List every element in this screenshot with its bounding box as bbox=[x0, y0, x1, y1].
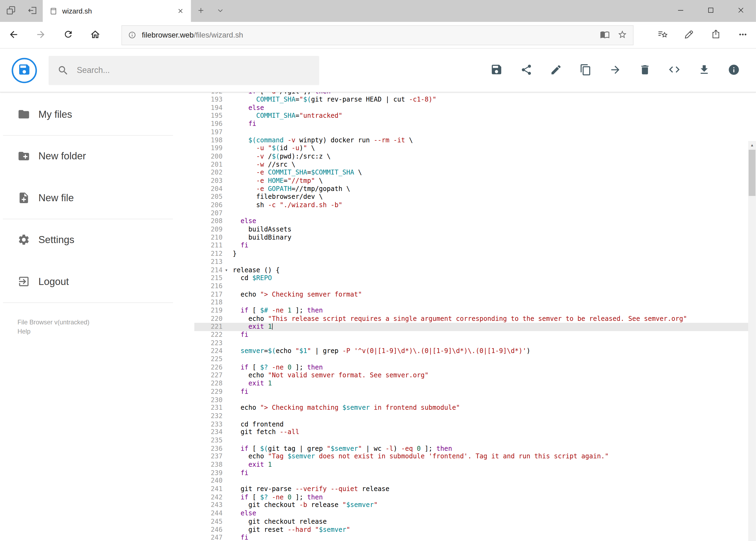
home-button[interactable] bbox=[82, 22, 109, 48]
share-button[interactable] bbox=[514, 59, 538, 82]
move-button[interactable] bbox=[604, 59, 627, 82]
code-line[interactable]: 219 if [ $# -ne 1 ]; then bbox=[194, 307, 748, 315]
rename-button[interactable] bbox=[544, 59, 567, 82]
code-line[interactable]: 230 bbox=[194, 396, 748, 404]
help-link[interactable]: Help bbox=[18, 327, 194, 336]
code-line[interactable]: 215 cd $REPO bbox=[194, 274, 748, 282]
code-line[interactable]: 241 git rev-parse --verify --quiet relea… bbox=[194, 485, 748, 493]
code-line[interactable]: 223 bbox=[194, 339, 748, 347]
address-bar[interactable]: filebrowser.web/files/wizard.sh bbox=[122, 25, 633, 45]
code-line[interactable]: 239 fi bbox=[194, 469, 748, 477]
browser-tab[interactable]: wizard.sh bbox=[43, 0, 191, 22]
code-line[interactable]: 196 fi bbox=[194, 120, 748, 128]
scrollbar-thumb[interactable] bbox=[749, 150, 755, 196]
code-line[interactable]: 198 $(command -v winpty) docker run --rm… bbox=[194, 136, 748, 145]
code-line[interactable]: 229 fi bbox=[194, 388, 748, 396]
page-scrollbar[interactable]: ▲ ▼ bbox=[748, 141, 756, 541]
set-tabs-aside-button[interactable] bbox=[21, 0, 43, 22]
new-tab-button[interactable] bbox=[191, 0, 210, 22]
code-line[interactable]: 205 filebrowser/dev \ bbox=[194, 193, 748, 201]
code-line[interactable]: 203 -e HOME="//tmp" \ bbox=[194, 177, 748, 185]
code-line[interactable]: 214▾release () { bbox=[194, 266, 748, 274]
code-line[interactable]: 208 else bbox=[194, 218, 748, 226]
search-input[interactable] bbox=[76, 65, 319, 76]
forward-button[interactable] bbox=[27, 22, 55, 48]
code-line[interactable]: 226 if [ $? -ne 0 ]; then bbox=[194, 363, 748, 372]
code-line[interactable]: 238 exit 1 bbox=[194, 461, 748, 469]
favorite-star-button[interactable] bbox=[614, 26, 631, 44]
code-line[interactable]: 231 echo "> Checking matching $semver in… bbox=[194, 404, 748, 412]
code-line[interactable]: 232 bbox=[194, 412, 748, 420]
code-line[interactable]: 227 echo "Not valid semver format. See s… bbox=[194, 372, 748, 380]
reading-view-button[interactable] bbox=[596, 26, 614, 44]
minimize-button[interactable] bbox=[665, 0, 696, 22]
code-line[interactable]: 199 -u "$(id -u)" \ bbox=[194, 145, 748, 153]
code-line[interactable]: 210 buildBinary bbox=[194, 234, 748, 242]
sidebar-item-new-file[interactable]: New file bbox=[0, 177, 194, 219]
tab-close-icon[interactable] bbox=[173, 4, 187, 18]
code-line[interactable]: 192 if [ -d /.git ]; then bbox=[194, 92, 748, 96]
code-line[interactable]: 197 bbox=[194, 128, 748, 136]
download-button[interactable] bbox=[692, 59, 715, 82]
tabs-preview-button[interactable] bbox=[0, 0, 21, 22]
code-line[interactable]: 195 COMMIT_SHA="untracked" bbox=[194, 112, 748, 120]
delete-button[interactable] bbox=[633, 59, 656, 82]
code-line[interactable]: 236 if [ $(git tag | grep "$semver" | wc… bbox=[194, 445, 748, 453]
scroll-up-arrow-icon[interactable]: ▲ bbox=[748, 142, 756, 149]
code-line[interactable]: 212} bbox=[194, 250, 748, 258]
code-line[interactable]: 216 bbox=[194, 282, 748, 290]
code-line[interactable]: 200 -v /$(pwd):/src:z \ bbox=[194, 153, 748, 161]
code-line[interactable]: 246 git reset --hard "$semver" bbox=[194, 526, 748, 534]
code-line[interactable]: 194 else bbox=[194, 104, 748, 112]
code-line[interactable]: 235 bbox=[194, 436, 748, 445]
info-button[interactable] bbox=[722, 59, 745, 82]
code-line[interactable]: 234 git fetch --all bbox=[194, 428, 748, 436]
code-line[interactable]: 201 -w //src \ bbox=[194, 161, 748, 169]
web-note-button[interactable] bbox=[676, 22, 702, 48]
code-line[interactable]: 218 bbox=[194, 299, 748, 307]
sidebar-item-new-folder[interactable]: New folder bbox=[0, 135, 194, 177]
code-line[interactable]: 245 git checkout release bbox=[194, 518, 748, 526]
code-line[interactable]: 222 fi bbox=[194, 331, 748, 339]
code-line[interactable]: 193 COMMIT_SHA="$(git rev-parse HEAD | c… bbox=[194, 96, 748, 104]
code-line[interactable]: 207 bbox=[194, 209, 748, 218]
back-button[interactable] bbox=[0, 22, 27, 48]
code-line[interactable]: 204 -e GOPATH=//tmp/gopath \ bbox=[194, 185, 748, 193]
code-line[interactable]: 247 fi bbox=[194, 534, 748, 541]
code-line[interactable]: 217 echo "> Checking semver format" bbox=[194, 290, 748, 299]
code-line[interactable]: 228 exit 1 bbox=[194, 380, 748, 388]
browser-menu-button[interactable] bbox=[729, 22, 756, 48]
refresh-button[interactable] bbox=[55, 22, 82, 48]
code-line[interactable]: 244 else bbox=[194, 510, 748, 518]
sidebar-item-logout[interactable]: Logout bbox=[0, 261, 194, 302]
site-info-icon[interactable] bbox=[127, 31, 136, 39]
code-line[interactable]: 221 exit 1 bbox=[194, 323, 748, 331]
save-button[interactable] bbox=[485, 59, 508, 82]
code-line[interactable]: 237 echo "Tag $semver does not exist in … bbox=[194, 453, 748, 461]
code-line[interactable]: 233 cd frontend bbox=[194, 420, 748, 428]
hub-button[interactable] bbox=[649, 22, 676, 48]
code-line[interactable]: 211 fi bbox=[194, 242, 748, 250]
app-logo[interactable] bbox=[12, 58, 37, 83]
tab-preview-toggle-button[interactable] bbox=[210, 0, 230, 22]
code-line[interactable]: 202 -e COMMIT_SHA=$COMMIT_SHA \ bbox=[194, 169, 748, 177]
share-page-button[interactable] bbox=[702, 22, 729, 48]
sidebar-item-settings[interactable]: Settings bbox=[0, 219, 194, 261]
code-line[interactable]: 220 echo "This release script requires a… bbox=[194, 315, 748, 323]
code-line[interactable]: 243 git checkout -b release "$semver" bbox=[194, 502, 748, 510]
code-editor[interactable]: 192 if [ -d /.git ]; then193 COMMIT_SHA=… bbox=[194, 92, 756, 541]
code-line[interactable]: 209 buildAssets bbox=[194, 226, 748, 234]
code-line[interactable]: 242 if [ $? -ne 0 ]; then bbox=[194, 493, 748, 502]
code-line[interactable]: 206 sh -c "./wizard.sh -b" bbox=[194, 201, 748, 209]
close-button[interactable] bbox=[726, 0, 756, 22]
code-line[interactable]: 224 semver=$(echo "$1" | grep -P '^v(0|[… bbox=[194, 347, 748, 355]
search-box[interactable] bbox=[49, 56, 319, 85]
raw-code-button[interactable] bbox=[662, 59, 686, 82]
code-line[interactable]: 240 bbox=[194, 477, 748, 485]
maximize-button[interactable] bbox=[696, 0, 726, 22]
code-line[interactable]: 225 bbox=[194, 355, 748, 363]
copy-button[interactable] bbox=[574, 59, 597, 82]
code-line[interactable]: 213 bbox=[194, 258, 748, 266]
sidebar-item-my-files[interactable]: My files bbox=[0, 94, 194, 135]
fold-arrow-icon[interactable]: ▾ bbox=[222, 266, 230, 274]
